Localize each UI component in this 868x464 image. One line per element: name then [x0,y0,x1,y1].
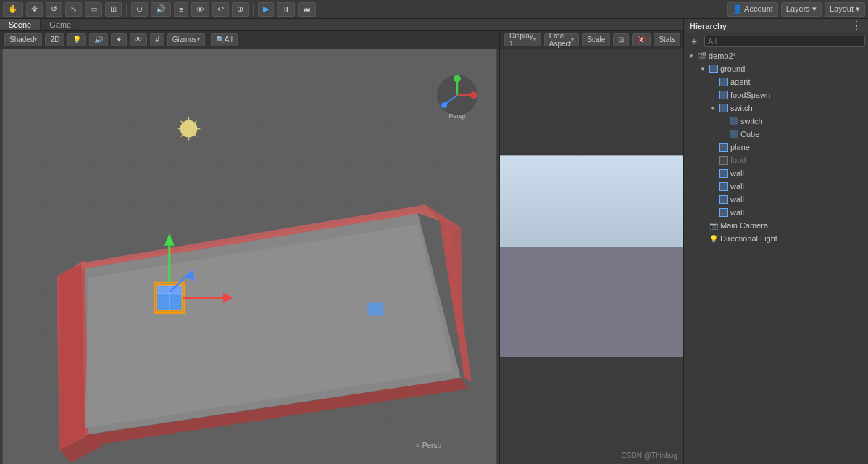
toolbar-collab[interactable]: ⊙ [131,2,148,17]
toolbar-rect[interactable]: ▭ [85,2,102,17]
foodspawn-cube-icon [719,90,729,100]
hier-item-agent[interactable]: agent [684,75,868,88]
cube-label: Cube [740,130,759,138]
hier-item-ground[interactable]: ▼ ground [684,62,868,75]
toolbar-audio[interactable]: 🔊 [151,2,171,17]
toolbar-global[interactable]: ⊕ [232,2,249,17]
hier-item-wall4[interactable]: wall [684,206,868,219]
game-display-btn[interactable]: Display 1 ▾ [504,33,541,46]
switch-child-label: switch [740,117,763,125]
wall3-arrow [709,195,717,204]
svg-point-58 [441,102,447,108]
hier-item-switch-child[interactable]: switch [684,115,868,128]
scene-root-arrow: ▼ [687,51,696,60]
sep2 [253,4,254,15]
hier-item-cube[interactable]: Cube [684,128,868,141]
game-aspect-btn[interactable]: Free Aspect ▾ [544,33,580,46]
hier-item-wall2[interactable]: wall [684,180,868,193]
wall3-label: wall [730,195,744,204]
toolbar-layout[interactable]: Layout ▾ [825,2,865,17]
scene-panel: Shaded ▾ 2D 💡 🔊 ✦ 👁 # Gizmos ▾ 🔍 All [0,31,500,464]
plane-label: plane [730,143,750,152]
toolbar-hand[interactable]: ✋ [3,2,23,17]
toolbar-move[interactable]: ✥ [26,2,43,17]
wall2-cube-icon [719,181,729,191]
light-icon: 💡 [709,233,719,244]
toolbar-pause[interactable]: ⏸ [277,2,295,17]
scene-grid-btn[interactable]: # [150,33,164,46]
switch-child-arrow [719,117,727,125]
scene-root-label: demo2* [709,51,736,60]
toolbar-layers[interactable]: ≡ [174,2,188,17]
hier-item-wall3[interactable]: wall [684,193,868,206]
toolbar-account[interactable]: 👤 Account [727,2,778,17]
scene-gizmos-btn[interactable]: Gizmos ▾ [167,33,205,46]
hier-item-plane[interactable]: plane [684,141,868,154]
scene-visibility-btn[interactable]: 👁 [130,33,147,46]
wall1-arrow [709,169,717,178]
hierarchy-list: ▼ 🎬 demo2* ▼ ground agent [684,49,868,464]
light-label: Directional Light [720,234,777,243]
camera-label: Main Camera [720,221,768,230]
scene-search-btn[interactable]: 🔍 All [211,33,238,46]
food-label: food [730,156,746,165]
scene-2d-btn[interactable]: 2D [45,33,64,46]
tab-scene[interactable]: Scene [0,19,41,30]
game-maximize-btn[interactable]: ⊡ [613,33,629,46]
toolbar-scale[interactable]: ⤡ [65,2,82,17]
gizmos-arrow: ▾ [197,36,200,43]
agent-cube-icon [719,77,729,87]
scene-svg: Persp [0,49,499,464]
hier-item-food[interactable]: food [684,154,868,167]
svg-marker-38 [60,263,85,450]
shaded-arrow: ▾ [34,36,37,43]
scene-light-btn[interactable]: 💡 [67,33,86,46]
game-svg [500,49,683,464]
switch-parent-label: switch [730,104,753,112]
light-arrow [698,234,707,243]
main-toolbar: ✋ ✥ ↺ ⤡ ▭ ⊞ ⊙ 🔊 ≡ 👁 ↩ ⊕ ▶ ⏸ ⏭ 👤 Account … [0,0,868,19]
scene-shaded-btn[interactable]: Shaded ▾ [4,33,42,46]
agent-label: agent [730,78,751,86]
switch-parent-arrow: ▼ [709,104,717,112]
scene-root-icon: 🎬 [697,51,707,61]
food-arrow [709,156,717,165]
toolbar-rotate[interactable]: ↺ [46,2,62,17]
scene-audio-btn[interactable]: 🔊 [89,33,108,46]
agent-arrow [709,78,717,86]
ground-arrow: ▼ [698,65,707,73]
game-panel: Display 1 ▾ Free Aspect ▾ Scale ⊡ 🔇 Stat… [500,31,683,464]
plane-arrow [709,143,717,152]
hierarchy-search-input[interactable] [704,36,865,47]
wall2-arrow [709,182,717,191]
tab-game[interactable]: Game [41,19,80,30]
ground-label: ground [720,65,745,73]
hier-item-dir-light[interactable]: 💡 Directional Light [684,232,868,245]
wall1-cube-icon [719,168,729,178]
sep1 [126,4,127,15]
toolbar-layers2[interactable]: Layers ▾ [781,2,822,17]
toolbar-play[interactable]: ▶ [258,2,274,17]
game-scale-btn[interactable]: Scale [582,33,610,46]
toolbar-visibility[interactable]: 👁 [191,2,209,17]
game-mute-btn[interactable]: 🔇 [632,33,651,46]
hierarchy-menu-icon[interactable]: ⋮ [851,19,862,33]
scene-fx-btn[interactable]: ✦ [111,33,127,46]
game-canvas: CSDN @Thinbug [500,49,683,464]
toolbar-transform[interactable]: ⊞ [105,2,122,17]
hier-item-main-camera[interactable]: 📷 Main Camera [684,219,868,232]
hier-item-wall1[interactable]: wall [684,167,868,180]
toolbar-undo[interactable]: ↩ [212,2,229,17]
svg-text:Persp: Persp [448,112,465,120]
cube-arrow [719,130,727,138]
toolbar-step[interactable]: ⏭ [298,2,316,17]
wall1-label: wall [730,169,744,178]
hier-item-switch-parent[interactable]: ▼ switch [684,102,868,115]
scene-game-area: Scene Game Shaded ▾ 2D 💡 🔊 ✦ 👁 # [0,19,683,464]
wall4-cube-icon [719,207,729,218]
game-stats-btn[interactable]: Stats [654,33,680,46]
hier-item-foodSpawn[interactable]: foodSpawn [684,88,868,102]
hierarchy-add-btn[interactable]: + [687,34,701,49]
hierarchy-search-row: + [684,33,868,49]
hierarchy-scene-root[interactable]: ▼ 🎬 demo2* [684,49,868,62]
